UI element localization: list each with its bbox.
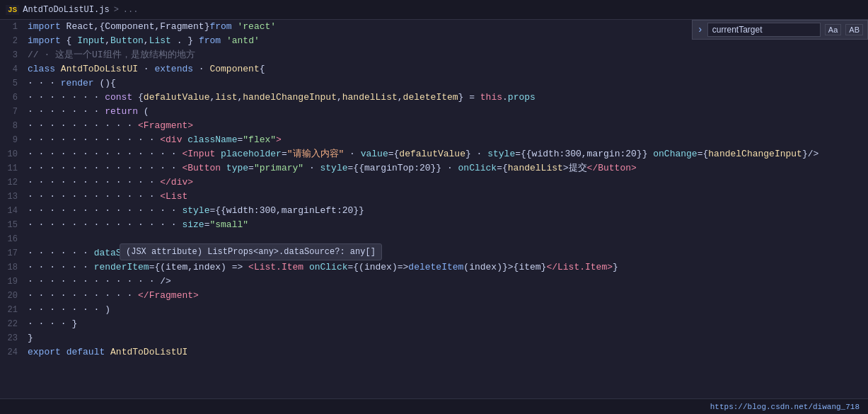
token [105,345,110,360]
token: </Fragment> [138,289,199,303]
token: class [28,62,55,76]
line-number: 19 [7,275,18,289]
line-number: 20 [7,289,18,303]
token: · · · · · · · · · · · · [28,176,160,190]
token: handelChangeInput [708,147,802,161]
token: · · · · · · · · · · · · [28,275,160,289]
line-number: 1 [7,20,18,34]
code-line: } [28,331,868,345]
token: , [238,91,243,105]
line-number: 21 [7,303,18,317]
search-input[interactable] [707,23,821,37]
token: · · · · · · · · · · · · · · [28,161,182,176]
token: </div> [160,176,193,190]
code-line: export default AntdToDoListUI [28,345,868,360]
code-line: · · · · · · · ) [28,303,868,317]
token: <div [160,133,182,147]
token [232,20,238,34]
token: render [61,76,94,91]
line-number: 22 [7,317,18,331]
token: <Fragment> [138,119,193,133]
token: "flex" [243,133,276,147]
editor-container: › Aa AB 12345678910111213141516171819202… [0,20,868,398]
token: } [71,317,77,331]
code-line: · · · · · · · const {defalutValue,list,h… [28,91,868,105]
token: /> [160,275,171,289]
line-number: 18 [7,260,18,275]
code-line: · · · · · · · · · · · · · · style={{widt… [28,204,868,218]
line-number: 7 [7,105,18,119]
token: ={{width:300,margin:20}} [515,147,653,161]
token: ={{width:300,marginLeft:20}} [209,204,364,218]
js-icon: JS [6,5,19,15]
token: handelList [508,161,563,176]
code-line: · · · · · · · return ( [28,105,868,119]
token: extends [154,62,193,76]
token [55,62,61,76]
token: > [563,161,569,176]
token: "primary" [254,161,303,176]
code-line: · · · · · · · · · · · · · · <Button type… [28,161,868,176]
code-line: · · · · · · · · · · · · · · size="small" [28,218,868,232]
token [61,345,66,360]
token: , [209,91,215,105]
token: "small" [209,218,248,232]
token: default [66,345,105,360]
token: onClick [458,161,497,176]
token: · [193,62,209,76]
search-chevron-icon[interactable]: › [697,24,702,35]
token: · · · · · · · · · · [28,289,138,303]
token: import [28,20,61,34]
token: = [204,218,210,232]
token: }/> [802,147,818,161]
code-line: // · 这是一个UI组件，是放结构的地方 [28,48,868,62]
token: placeholder [221,147,282,161]
code-line: · · · · · · renderItem={(item,index) => … [28,260,868,275]
token: size [182,218,204,232]
token: return [105,105,138,119]
token: (index)}> [463,260,513,275]
line-number: 2 [7,34,18,48]
token: } [28,331,33,345]
token: React,{Component,Fragment} [61,20,210,34]
token: </Button> [587,161,637,176]
token: (){ [94,76,116,91]
token: handelChangeInput [243,91,337,105]
line-numbers: 123456789101112131415161718192021222324 [0,20,25,398]
token: <Input [182,147,215,161]
line-number: 9 [7,133,18,147]
token: { [260,62,265,76]
tab-filename[interactable]: AntdToDoListUI.js [23,5,109,15]
code-line: · · · · · · · · · · </Fragment> [28,289,868,303]
token: · · · · · · · · · · · · [28,133,160,147]
token: , [105,34,110,48]
line-number: 8 [7,119,18,133]
line-number: 4 [7,62,18,76]
token: · [138,62,154,76]
token [182,133,187,147]
token: Component [209,62,259,76]
token: style [320,161,348,176]
token: = [237,133,243,147]
search-aa-button[interactable]: Aa [825,24,841,35]
search-ab-button[interactable]: AB [845,24,863,35]
token [215,147,221,161]
line-number: 15 [7,218,18,232]
line-number: 17 [7,246,18,260]
token: className [187,133,237,147]
token: 提交 [569,161,587,176]
code-line: · · · · · · · · · · · · /> [28,275,868,289]
code-area[interactable]: (JSX attribute) ListProps<any>.dataSourc… [25,20,868,398]
search-widget: › Aa AB [692,20,868,40]
tooltip: (JSX attribute) ListProps<any>.dataSourc… [120,243,382,260]
token: ={ [149,260,161,275]
line-number: 3 [7,48,18,62]
token: · · · · · · · [28,105,105,119]
token: style [182,204,209,218]
code-line: · · · · · · · · · · · · <div className="… [28,133,868,147]
code-line: · · · · } [28,317,868,331]
token: AntdToDoListUI [61,62,138,76]
token: { [132,91,144,105]
token: · [303,161,320,176]
token: type [226,161,248,176]
